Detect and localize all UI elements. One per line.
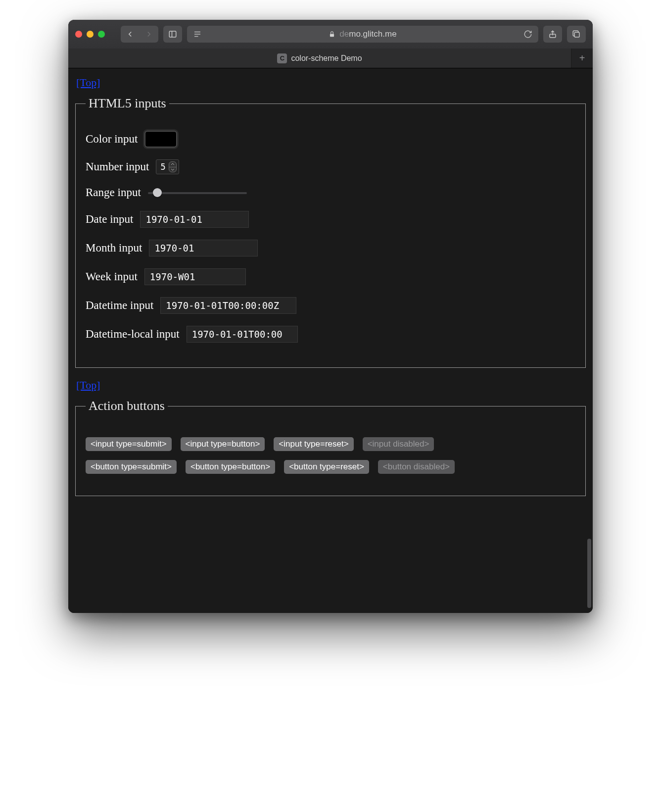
label-month-input: Month input: [86, 242, 142, 254]
page-content: [Top] HTML5 inputs Color input Number in…: [68, 68, 593, 613]
button-disabled-button: <button disabled>: [378, 460, 455, 474]
week-input[interactable]: 1970-W01: [144, 268, 246, 285]
reader-icon: [193, 30, 202, 39]
label-range-input: Range input: [86, 186, 141, 199]
stepper-down[interactable]: [169, 167, 176, 172]
button-button-button[interactable]: <button type=button>: [186, 460, 275, 474]
input-button-button[interactable]: <input type=button>: [181, 437, 265, 451]
url-text: demo.glitch.me: [339, 29, 396, 39]
label-date-input: Date input: [86, 213, 133, 226]
label-week-input: Week input: [86, 270, 138, 283]
month-input[interactable]: 1970-01: [149, 240, 258, 256]
top-link[interactable]: [Top]: [76, 76, 100, 89]
label-datetime-local-input: Datetime-local input: [86, 328, 180, 341]
datetime-input[interactable]: 1970-01-01T00:00:00Z: [160, 297, 296, 314]
svg-rect-7: [574, 32, 579, 37]
nav-back-forward: [121, 26, 158, 43]
color-input[interactable]: [144, 131, 177, 148]
share-icon: [548, 30, 557, 39]
label-number-input: Number input: [86, 160, 149, 173]
tab-title: color-scheme Demo: [291, 54, 362, 63]
sidebar-icon: [168, 30, 177, 39]
share-button[interactable]: [543, 26, 562, 43]
browser-toolbar: demo.glitch.me: [68, 20, 593, 49]
zoom-window-button[interactable]: [98, 31, 105, 38]
button-reset-button[interactable]: <button type=reset>: [284, 460, 369, 474]
sidebar-button[interactable]: [163, 26, 182, 43]
tab-current[interactable]: C color-scheme Demo: [68, 49, 571, 68]
back-button[interactable]: [121, 26, 140, 43]
input-reset-button[interactable]: <input type=reset>: [274, 437, 353, 451]
tab-strip: C color-scheme Demo +: [68, 49, 593, 68]
range-thumb[interactable]: [153, 188, 162, 197]
fieldset-action-buttons: Action buttons <input type=submit> <inpu…: [75, 399, 586, 496]
close-window-button[interactable]: [75, 31, 82, 38]
fieldset-html5-inputs: HTML5 inputs Color input Number input 5 …: [75, 96, 586, 368]
favicon-icon: C: [277, 53, 287, 63]
tabs-overview-button[interactable]: [567, 26, 586, 43]
scrollbar-thumb[interactable]: [587, 539, 591, 608]
button-submit-button[interactable]: <button type=submit>: [86, 460, 177, 474]
reload-icon: [523, 30, 532, 39]
plus-icon: +: [579, 52, 585, 64]
new-tab-button[interactable]: +: [571, 49, 593, 68]
svg-rect-5: [330, 34, 334, 37]
reader-mode-button[interactable]: [193, 30, 202, 39]
chevron-up-icon: [171, 163, 175, 165]
range-input[interactable]: [148, 188, 247, 198]
browser-window: demo.glitch.me C color-scheme Demo + [To…: [68, 20, 593, 613]
input-disabled-button: <input disabled>: [363, 437, 434, 451]
label-color-input: Color input: [86, 133, 138, 146]
forward-button[interactable]: [140, 26, 158, 43]
number-stepper[interactable]: [169, 161, 177, 172]
number-input-value: 5: [160, 162, 165, 172]
number-input[interactable]: 5: [156, 159, 179, 174]
datetime-local-input[interactable]: 1970-01-01T00:00: [187, 326, 298, 343]
legend-action-buttons: Action buttons: [86, 399, 168, 413]
label-datetime-input: Datetime input: [86, 299, 153, 312]
reload-button[interactable]: [523, 30, 532, 39]
top-link-2[interactable]: [Top]: [76, 379, 100, 392]
address-bar[interactable]: demo.glitch.me: [187, 26, 538, 43]
window-controls: [75, 31, 105, 38]
input-submit-button[interactable]: <input type=submit>: [86, 437, 172, 451]
date-input[interactable]: 1970-01-01: [140, 211, 249, 228]
stepper-up[interactable]: [169, 162, 176, 167]
chevron-left-icon: [126, 30, 135, 39]
legend-html5-inputs: HTML5 inputs: [86, 96, 169, 111]
chevron-down-icon: [171, 168, 175, 171]
tabs-icon: [572, 30, 581, 39]
chevron-right-icon: [144, 30, 153, 39]
minimize-window-button[interactable]: [87, 31, 94, 38]
lock-icon: [329, 31, 335, 38]
svg-rect-0: [169, 31, 176, 37]
range-track: [148, 192, 247, 194]
